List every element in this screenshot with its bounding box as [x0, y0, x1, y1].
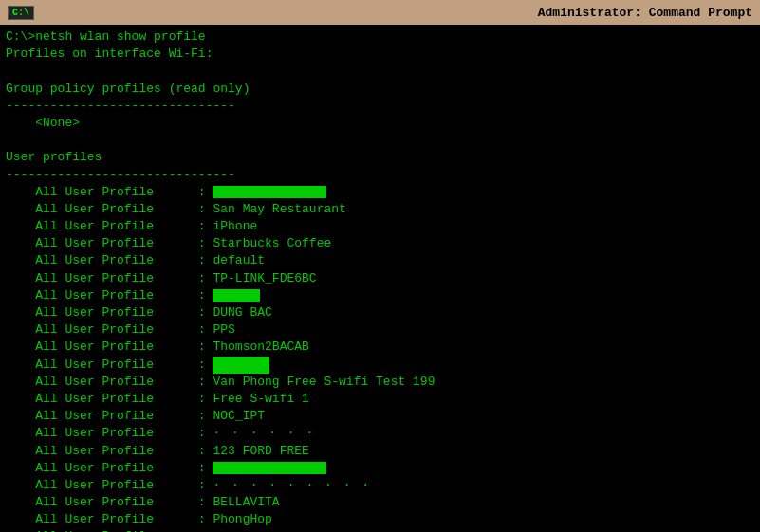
title-bar-left: C:\: [8, 6, 34, 20]
profile-value-1: San May Restaurant: [213, 202, 345, 216]
profile-row-18: All User Profile : BELLAVITA: [6, 494, 754, 511]
profile-row-7: All User Profile : DUNG BAC: [6, 304, 754, 321]
output-line5: <None>: [6, 115, 754, 132]
profile-row-3: All User Profile : Starbucks Coffee: [6, 235, 754, 252]
cmd-icon: C:\: [8, 6, 34, 20]
output-line7: User profiles: [6, 149, 754, 166]
profile-row-1: All User Profile : San May Restaurant: [6, 201, 754, 218]
redacted-value-16: [213, 462, 326, 474]
command-line: C:\>netsh wlan show profile: [6, 28, 754, 46]
profile-value-5: TP-LINK_FDE6BC: [213, 271, 316, 285]
redacted-value-10: [213, 357, 269, 374]
profile-value-12: Free S-wifi 1: [213, 392, 308, 406]
output-line4: -------------------------------: [6, 98, 754, 115]
terminal: C:\>netsh wlan show profile Profiles on …: [0, 25, 760, 532]
profile-row-17: All User Profile : · · · · · · · · ·: [6, 477, 754, 494]
profile-row-8: All User Profile : PPS: [6, 321, 754, 339]
profile-row-15: All User Profile : 123 FORD FREE: [6, 443, 754, 460]
profile-row-14: All User Profile : · · · · · ·: [6, 425, 754, 442]
profile-row-5: All User Profile : TP-LINK_FDE6BC: [6, 270, 754, 287]
title-text: Administrator: Command Prompt: [538, 6, 752, 20]
dotted-value-14: · · · · · ·: [213, 426, 315, 440]
profile-value-9: Thomson2BACAB: [213, 339, 308, 354]
profile-row-9: All User Profile : Thomson2BACAB: [6, 339, 754, 356]
title-bar: C:\ Administrator: Command Prompt: [0, 0, 760, 25]
profile-row-0: All User Profile :: [6, 184, 754, 201]
profile-value-13: NOC_IPT: [213, 409, 265, 423]
profile-row-4: All User Profile : default: [6, 252, 754, 269]
profile-row-12: All User Profile : Free S-wifi 1: [6, 391, 754, 408]
output-line3: Group policy profiles (read only): [6, 81, 754, 98]
profile-value-15: 123 FORD FREE: [213, 444, 308, 458]
profile-row-13: All User Profile : NOC_IPT: [6, 408, 754, 425]
profile-value-3: Starbucks Coffee: [213, 236, 331, 250]
profile-row-20: All User Profile : - - - - - - - -: [6, 528, 754, 532]
profile-value-19: PhongHop: [213, 512, 271, 526]
profile-row-6: All User Profile :: [6, 287, 754, 304]
redacted-value-6: [213, 289, 260, 302]
profile-value-11: Van Phong Free S-wifi Test 199: [213, 375, 435, 389]
profile-value-7: DUNG BAC: [213, 305, 271, 320]
output-line2: [6, 63, 754, 80]
dotted-value-17: · · · · · · · · ·: [213, 478, 371, 492]
profile-value-8: PPS: [213, 322, 234, 337]
output-line8: -------------------------------: [6, 167, 754, 184]
profile-value-18: BELLAVITA: [213, 495, 279, 509]
profile-row-11: All User Profile : Van Phong Free S-wifi…: [6, 374, 754, 391]
output-line6: [6, 132, 754, 149]
redacted-value-0: [213, 186, 326, 198]
profile-row-10: All User Profile :: [6, 357, 754, 374]
output-line1: Profiles on interface Wi-Fi:: [6, 46, 754, 63]
profile-row-19: All User Profile : PhongHop: [6, 511, 754, 528]
profile-value-4: default: [213, 253, 265, 267]
profile-row-16: All User Profile :: [6, 460, 754, 477]
profile-row-2: All User Profile : iPhone: [6, 218, 754, 235]
profile-value-2: iPhone: [213, 219, 257, 233]
